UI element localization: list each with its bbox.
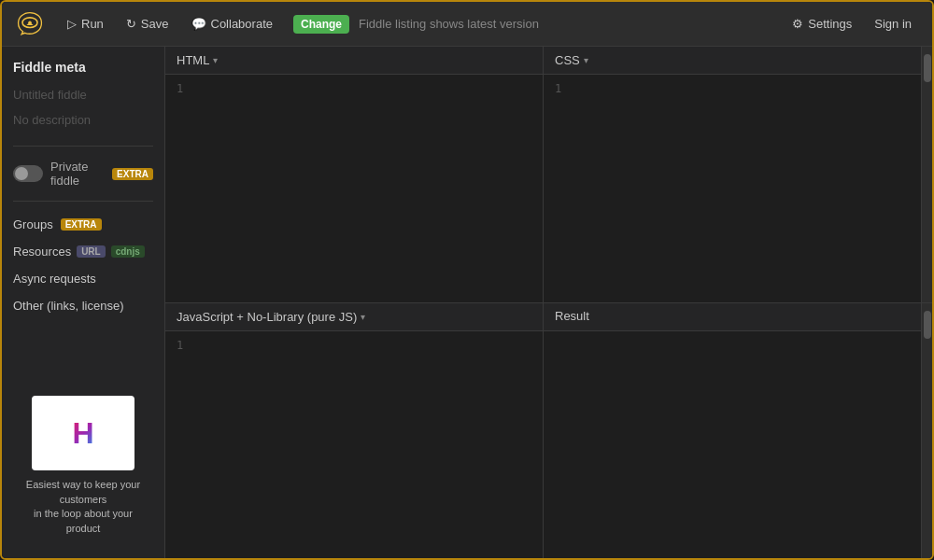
resources-label: Resources [13, 245, 71, 259]
private-label: Private fiddle [50, 160, 103, 188]
html-editor-header: HTML ▾ [165, 47, 543, 75]
html-line-number: 1 [177, 82, 183, 95]
other-label: Other (links, license) [13, 299, 123, 313]
resources-cdnjs-badge: cdnjs [111, 245, 145, 258]
collaborate-button[interactable]: 💬 Collaborate [182, 12, 283, 35]
settings-icon: ⚙ [792, 17, 803, 31]
js-editor-body[interactable]: 1 [165, 331, 543, 559]
settings-button[interactable]: ⚙ Settings [783, 12, 861, 35]
js-editor-header: JavaScript + No-Library (pure JS) ▾ [165, 303, 543, 331]
resources-url-badge: URL [77, 245, 106, 258]
save-icon: ↻ [126, 17, 136, 31]
change-badge: Change [293, 15, 349, 34]
editors-area: HTML ▾ 1 CSS ▾ 1 [165, 47, 932, 558]
collaborate-icon: 💬 [191, 17, 206, 31]
js-line-number: 1 [177, 339, 183, 352]
html-label: HTML [177, 53, 209, 67]
fiddle-description-input[interactable] [13, 111, 153, 129]
svg-point-1 [28, 21, 32, 24]
css-editor-body[interactable]: 1 [544, 75, 921, 302]
sidebar-item-groups[interactable]: Groups EXTRA [13, 211, 153, 238]
app-wrapper: ▷ Run ↻ Save 💬 Collaborate Change Fiddle… [0, 0, 934, 560]
result-body [544, 331, 921, 559]
result-header: Result [544, 303, 921, 331]
sidebar-item-other[interactable]: Other (links, license) [13, 292, 153, 319]
ad-tagline: Easiest way to keep your customers in th… [24, 478, 142, 536]
css-label: CSS [555, 53, 580, 67]
toolbar: ▷ Run ↻ Save 💬 Collaborate Change Fiddle… [2, 2, 932, 47]
sidebar-item-resources[interactable]: Resources URL cdnjs [13, 238, 153, 265]
sidebar-item-async[interactable]: Async requests [13, 265, 153, 292]
fiddle-title-input[interactable] [13, 86, 153, 104]
ad-panel: H Easiest way to keep your customers in … [13, 386, 153, 545]
logo [13, 7, 47, 41]
html-editor-body[interactable]: 1 [165, 75, 543, 302]
js-label: JavaScript + No-Library (pure JS) [177, 310, 357, 324]
private-extra-badge: EXTRA [112, 168, 153, 180]
main-layout: Fiddle meta Private fiddle EXTRA Groups … [2, 47, 932, 558]
groups-extra-badge: EXTRA [61, 218, 102, 231]
bottom-scrollbar-thumb [924, 311, 931, 339]
sidebar-divider [13, 146, 153, 147]
run-button[interactable]: ▷ Run [58, 12, 113, 35]
css-dropdown-arrow[interactable]: ▾ [584, 55, 588, 65]
private-fiddle-row: Private fiddle EXTRA [13, 160, 153, 188]
js-dropdown-arrow[interactable]: ▾ [361, 312, 365, 322]
ad-logo: H [72, 416, 93, 451]
html-editor-pane: HTML ▾ 1 [165, 47, 544, 302]
css-editor-pane: CSS ▾ 1 [544, 47, 921, 302]
ad-image: H [32, 396, 134, 470]
run-icon: ▷ [67, 17, 77, 31]
groups-label: Groups [13, 217, 53, 231]
private-fiddle-toggle[interactable] [13, 165, 43, 182]
top-scrollbar-thumb [924, 54, 931, 82]
editors-bottom: JavaScript + No-Library (pure JS) ▾ 1 Re… [165, 303, 932, 559]
sidebar: Fiddle meta Private fiddle EXTRA Groups … [2, 47, 165, 558]
signin-button[interactable]: Sign in [865, 12, 921, 35]
js-editor-pane: JavaScript + No-Library (pure JS) ▾ 1 [165, 303, 544, 559]
html-dropdown-arrow[interactable]: ▾ [213, 55, 218, 65]
css-editor-header: CSS ▾ [544, 47, 921, 75]
top-scrollbar[interactable] [921, 47, 932, 302]
result-pane: Result [544, 303, 921, 559]
editors-top: HTML ▾ 1 CSS ▾ 1 [165, 47, 932, 303]
bottom-scrollbar[interactable] [921, 303, 932, 559]
fiddle-notice: Fiddle listing shows latest version [359, 17, 539, 31]
save-button[interactable]: ↻ Save [117, 12, 178, 35]
sidebar-divider-2 [13, 201, 153, 202]
async-label: Async requests [13, 272, 96, 286]
css-line-number: 1 [555, 82, 561, 95]
sidebar-title: Fiddle meta [13, 60, 153, 75]
result-label: Result [555, 309, 589, 323]
